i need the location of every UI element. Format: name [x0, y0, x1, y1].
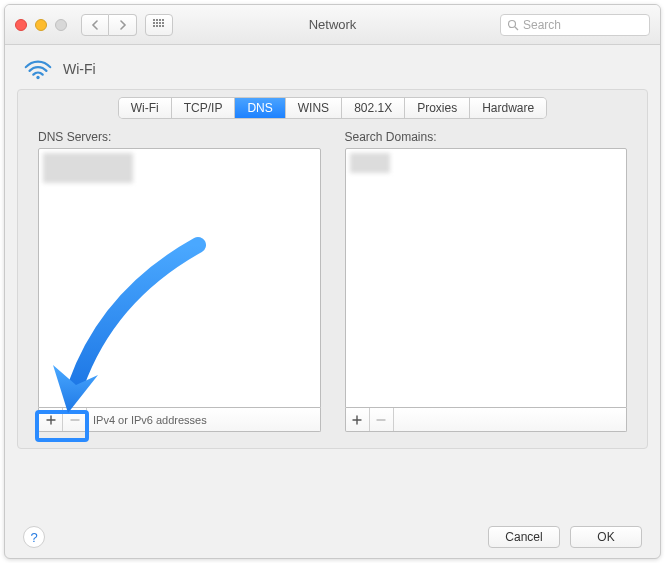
- dialog-buttons: ? Cancel OK: [5, 526, 660, 548]
- back-forward-group: [81, 14, 137, 36]
- dns-footer-hint: IPv4 or IPv6 addresses: [87, 414, 207, 426]
- search-domains-label: Search Domains:: [345, 130, 628, 144]
- search-input[interactable]: Search: [500, 14, 650, 36]
- tab-wifi[interactable]: Wi-Fi: [119, 98, 172, 118]
- domains-footer: [345, 408, 628, 432]
- wifi-icon: [23, 57, 53, 81]
- back-button[interactable]: [81, 14, 109, 36]
- close-window-button[interactable]: [15, 19, 27, 31]
- service-name: Wi-Fi: [63, 61, 96, 77]
- forward-button[interactable]: [109, 14, 137, 36]
- dns-servers-column: DNS Servers: IPv4 or IPv6 addresses: [38, 130, 321, 432]
- svg-line-1: [515, 27, 518, 30]
- domain-remove-button: [370, 408, 394, 431]
- tab-wins[interactable]: WINS: [286, 98, 342, 118]
- dns-servers-label: DNS Servers:: [38, 130, 321, 144]
- svg-point-0: [509, 20, 516, 27]
- domain-add-button[interactable]: [346, 408, 370, 431]
- ok-button[interactable]: OK: [570, 526, 642, 548]
- tab-hardware[interactable]: Hardware: [470, 98, 546, 118]
- dns-add-button[interactable]: [39, 408, 63, 431]
- minus-icon: [376, 415, 386, 425]
- settings-panel: Wi-Fi TCP/IP DNS WINS 802.1X Proxies Har…: [17, 89, 648, 449]
- tab-proxies[interactable]: Proxies: [405, 98, 470, 118]
- minus-icon: [70, 415, 80, 425]
- window-controls: [15, 19, 67, 31]
- redacted-content: [43, 153, 133, 183]
- minimize-window-button[interactable]: [35, 19, 47, 31]
- dns-footer: IPv4 or IPv6 addresses: [38, 408, 321, 432]
- plus-icon: [46, 415, 56, 425]
- plus-icon: [352, 415, 362, 425]
- network-preferences-window: Network Search Wi-Fi Wi-Fi TCP/IP D: [4, 4, 661, 559]
- search-placeholder: Search: [523, 18, 561, 32]
- dns-servers-list[interactable]: [38, 148, 321, 408]
- grid-icon: [153, 19, 165, 31]
- show-all-button[interactable]: [145, 14, 173, 36]
- zoom-window-button: [55, 19, 67, 31]
- cancel-button[interactable]: Cancel: [488, 526, 560, 548]
- tab-strip: Wi-Fi TCP/IP DNS WINS 802.1X Proxies Har…: [18, 90, 647, 130]
- dns-remove-button: [63, 408, 87, 431]
- titlebar: Network Search: [5, 5, 660, 45]
- tab-dns[interactable]: DNS: [235, 98, 285, 118]
- search-domains-column: Search Domains:: [345, 130, 628, 432]
- redacted-content: [350, 153, 390, 173]
- tab-tcpip[interactable]: TCP/IP: [172, 98, 236, 118]
- search-icon: [507, 19, 519, 31]
- help-icon: ?: [30, 530, 37, 545]
- svg-point-2: [36, 76, 39, 79]
- search-domains-list[interactable]: [345, 148, 628, 408]
- help-button[interactable]: ?: [23, 526, 45, 548]
- tab-8021x[interactable]: 802.1X: [342, 98, 405, 118]
- service-header: Wi-Fi: [5, 45, 660, 89]
